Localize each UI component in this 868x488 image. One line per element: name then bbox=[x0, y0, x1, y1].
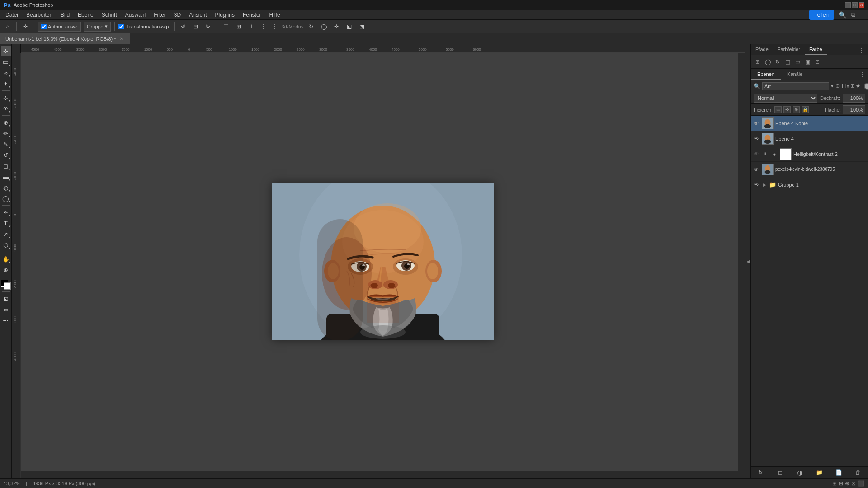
square-icon[interactable]: ▣ bbox=[803, 58, 811, 66]
align-right-icon[interactable]: ⫸ bbox=[203, 22, 213, 32]
copy-icon[interactable]: ◫ bbox=[783, 58, 792, 66]
select-rect-tool-btn[interactable]: ▭▾ bbox=[1, 57, 11, 67]
shape-tool-btn[interactable]: ⬡▾ bbox=[1, 240, 11, 250]
scale3d-icon[interactable]: ⬔ bbox=[357, 22, 367, 32]
filter-name-icon[interactable]: T bbox=[841, 83, 844, 89]
rotate3d-icon[interactable]: ↻ bbox=[306, 22, 316, 32]
align-bottom-icon[interactable]: ⊥ bbox=[246, 22, 256, 32]
horizontal-scrollbar[interactable] bbox=[21, 471, 745, 478]
delete-layer-btn[interactable]: 🗑 bbox=[854, 468, 863, 477]
new-group-btn[interactable]: 📁 bbox=[815, 468, 824, 477]
menu-ansicht[interactable]: Ansicht bbox=[185, 11, 210, 19]
layer-visibility-hk2[interactable]: 👁 bbox=[753, 150, 760, 158]
blend-mode-select[interactable]: Normal Auflösen Abdunkeln Multiplizieren bbox=[754, 94, 817, 103]
fit-bottom-icon[interactable]: ⊠ bbox=[851, 480, 856, 487]
active-tab[interactable]: Unbenannt-1 bei 13,3% (Ebene 4 Kopie, RG… bbox=[0, 33, 130, 44]
align-top-icon[interactable]: ⊤ bbox=[221, 22, 231, 32]
menu-schrift[interactable]: Schrift bbox=[98, 11, 121, 19]
layers-search-input[interactable] bbox=[762, 82, 829, 90]
layer-item-ebene4-kopie[interactable]: 👁 Ebene 4 Kopie bbox=[751, 116, 868, 131]
search-btn[interactable]: 🔍 bbox=[839, 11, 846, 19]
grid-icon[interactable]: ⊞ bbox=[754, 58, 762, 66]
magic-wand-tool-btn[interactable]: ✦▾ bbox=[1, 79, 11, 89]
tab-farbfelder[interactable]: Farbfelder bbox=[773, 45, 805, 55]
layers-menu-btn[interactable]: ⋮ bbox=[859, 71, 868, 78]
opacity-input[interactable] bbox=[843, 94, 865, 103]
text-tool-btn[interactable]: T▾ bbox=[1, 218, 11, 228]
collapse-panel-btn[interactable]: ◀ bbox=[745, 44, 750, 478]
filter-effect-icon[interactable]: fx bbox=[845, 83, 849, 89]
clone-stamp-tool-btn[interactable]: ✎▾ bbox=[1, 139, 11, 149]
tab-kanaele[interactable]: Kanäle bbox=[781, 70, 809, 80]
history-brush-tool-btn[interactable]: ↺▾ bbox=[1, 150, 11, 160]
menu-fenster[interactable]: Fenster bbox=[239, 11, 265, 19]
menu-filter[interactable]: Filter bbox=[150, 11, 170, 19]
filter-kind-icon[interactable]: ⊙ bbox=[835, 83, 840, 89]
eyedropper-tool-btn[interactable]: 👁▾ bbox=[1, 103, 11, 113]
minimize-btn[interactable]: ─ bbox=[845, 2, 851, 8]
zoom-in-bottom-icon[interactable]: ⊕ bbox=[845, 480, 849, 487]
close-btn[interactable]: ✕ bbox=[859, 2, 864, 8]
filter-color-icon[interactable]: ⊞ bbox=[850, 83, 854, 89]
menu-hilfe[interactable]: Hilfe bbox=[266, 11, 284, 19]
tab-farbe[interactable]: Farbe bbox=[805, 45, 827, 55]
arrange-bottom-icon[interactable]: ⊟ bbox=[839, 480, 843, 487]
layer-group-arrow-gruppe1[interactable]: ▶ bbox=[762, 182, 767, 188]
vertical-scrollbar[interactable] bbox=[738, 53, 745, 471]
layer-item-photo[interactable]: 👁 pexels-kevin-bidwell-2380795 bbox=[751, 162, 868, 177]
tab-close-btn[interactable]: ✕ bbox=[119, 36, 124, 42]
path-select-tool-btn[interactable]: ↗▾ bbox=[1, 229, 11, 239]
crop-tool-btn[interactable]: ⊹▾ bbox=[1, 93, 11, 103]
layer-item-hk2[interactable]: 👁 ⬇ ◈ Helligkeit/Kontrast 2 bbox=[751, 146, 868, 162]
menu-bearbeiten[interactable]: Bearbeiten bbox=[23, 11, 56, 19]
circle-icon[interactable]: ◯ bbox=[764, 58, 772, 66]
tab-pfade[interactable]: Pfade bbox=[751, 45, 773, 55]
hand-tool-btn[interactable]: ✋▾ bbox=[1, 254, 11, 264]
fix-position-btn[interactable]: ✛ bbox=[783, 106, 791, 113]
menu-ebene[interactable]: Ebene bbox=[74, 11, 97, 19]
rect-icon[interactable]: ▭ bbox=[793, 58, 802, 66]
eraser-tool-btn[interactable]: ◻▾ bbox=[1, 161, 11, 171]
workspace-btn[interactable]: ⋮ bbox=[860, 11, 866, 19]
flaeche-input[interactable] bbox=[843, 105, 865, 114]
menu-plugins[interactable]: Plug-ins bbox=[212, 11, 238, 19]
home-icon[interactable]: ⌂ bbox=[3, 22, 13, 32]
menu-bild[interactable]: Bild bbox=[57, 11, 73, 19]
tool-icon[interactable]: ✛ bbox=[20, 22, 30, 32]
layer-item-ebene4[interactable]: 👁 Ebene 4 bbox=[751, 131, 868, 146]
move-tool-btn[interactable]: ✛ bbox=[1, 46, 11, 56]
orbit3d-icon[interactable]: ◯ bbox=[319, 22, 329, 32]
refresh-icon[interactable]: ↻ bbox=[774, 58, 782, 66]
lasso-tool-btn[interactable]: ⌀▾ bbox=[1, 68, 11, 78]
arrange-btn[interactable]: ⧉ bbox=[851, 11, 855, 19]
fullscreen-bottom-icon[interactable]: ⬛ bbox=[858, 480, 864, 487]
dotted-square-icon[interactable]: ⊡ bbox=[813, 58, 821, 66]
fix-pixels-btn[interactable]: ▭ bbox=[774, 106, 782, 113]
layer-visibility-ebene4[interactable]: 👁 bbox=[753, 135, 760, 142]
fix-artboard-btn[interactable]: ⊕ bbox=[793, 106, 800, 113]
menu-datei[interactable]: Datei bbox=[2, 11, 22, 19]
align-center-h-icon[interactable]: ⊟ bbox=[191, 22, 201, 32]
share-button[interactable]: Teilen bbox=[809, 10, 834, 20]
zoom-tool-btn[interactable]: ⊕ bbox=[1, 265, 11, 275]
tab-ebenen[interactable]: Ebenen bbox=[751, 70, 781, 80]
menu-auswahl[interactable]: Auswahl bbox=[122, 11, 149, 19]
slide3d-icon[interactable]: ⬕ bbox=[344, 22, 354, 32]
panel-dots-icon[interactable]: ⋮ bbox=[857, 47, 865, 55]
grid-bottom-icon[interactable]: ⊞ bbox=[832, 480, 837, 487]
filter-smart-icon[interactable]: ★ bbox=[856, 83, 860, 89]
new-layer-btn[interactable]: 📄 bbox=[834, 468, 843, 477]
quick-mask-btn[interactable]: ⬕ bbox=[1, 294, 11, 304]
screen-mode-btn[interactable]: ▭ bbox=[1, 305, 11, 314]
dodge-tool-btn[interactable]: ◯▾ bbox=[1, 193, 11, 203]
auto-select-checkbox[interactable] bbox=[41, 24, 47, 29]
color-swatch-area[interactable] bbox=[1, 280, 11, 290]
layer-visibility-ebene4-kopie[interactable]: 👁 bbox=[753, 120, 760, 127]
layer-item-gruppe1[interactable]: 👁 ▶ 📁 Gruppe 1 bbox=[751, 177, 868, 192]
align-left-icon[interactable]: ⫷ bbox=[178, 22, 188, 32]
healing-tool-btn[interactable]: ⊕▾ bbox=[1, 117, 11, 127]
maximize-btn[interactable]: □ bbox=[852, 2, 858, 8]
pen-tool-btn[interactable]: ✒▾ bbox=[1, 207, 11, 217]
distribute-icon[interactable]: ⋮⋮⋮ bbox=[264, 22, 274, 32]
add-style-btn[interactable]: fx bbox=[756, 468, 765, 477]
